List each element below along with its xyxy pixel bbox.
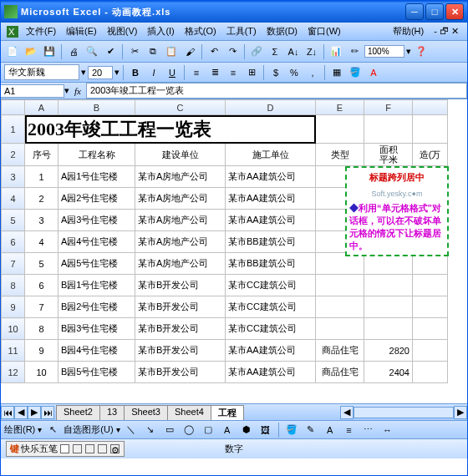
maximize-button[interactable]: □ — [425, 3, 444, 20]
tab-nav-next[interactable]: ▶ — [28, 406, 41, 419]
cell[interactable]: 某市AA建筑公司 — [226, 188, 316, 210]
cell[interactable]: 某市AA建筑公司 — [226, 362, 316, 383]
cell[interactable]: 某市AA建筑公司 — [226, 210, 316, 231]
menu-window[interactable]: 窗口(W) — [303, 23, 346, 39]
new-icon[interactable]: 📄 — [4, 43, 21, 60]
cut-icon[interactable]: ✂ — [126, 43, 143, 60]
cell[interactable] — [364, 275, 413, 296]
cell[interactable]: 10 — [25, 362, 58, 383]
worksheet-area[interactable]: A B C D E F 1 2003年竣工工程一览表 2 序号 工程名称 建设单… — [1, 99, 467, 403]
col-header[interactable]: F — [364, 100, 413, 115]
tab-nav-last[interactable]: ⏭ — [41, 406, 54, 419]
row-header[interactable]: 5 — [2, 210, 25, 231]
dash-style-icon[interactable]: ⋯ — [360, 422, 377, 438]
row-header[interactable]: 12 — [2, 362, 25, 383]
col-header[interactable]: C — [135, 100, 226, 115]
cell[interactable]: A园5号住宅楼 — [58, 253, 135, 275]
cell[interactable]: A园2号住宅楼 — [58, 188, 135, 210]
fx-label[interactable]: fx — [69, 86, 86, 96]
autoshapes-menu[interactable]: 自选图形(U) — [64, 423, 113, 436]
cell[interactable] — [413, 362, 448, 383]
borders-icon[interactable]: ▦ — [328, 64, 345, 81]
fill-icon[interactable]: 🪣 — [283, 422, 300, 438]
fontsize-combo[interactable]: 20 — [88, 66, 113, 79]
col-header[interactable]: A — [25, 100, 58, 115]
cell[interactable]: 某市CC建筑公司 — [226, 275, 316, 296]
cell[interactable]: 某市BB建筑公司 — [226, 231, 316, 253]
format-painter-icon[interactable]: 🖌 — [181, 43, 198, 60]
line-style-icon[interactable]: ≡ — [341, 422, 358, 438]
cell[interactable]: 造(万 — [413, 144, 448, 166]
merge-icon[interactable]: ⊞ — [243, 64, 260, 81]
cell[interactable]: 施工单位 — [226, 144, 316, 166]
name-box[interactable]: A1 — [1, 84, 64, 98]
cell[interactable] — [413, 296, 448, 318]
cell[interactable]: 8 — [25, 318, 58, 340]
row-header[interactable]: 2 — [2, 144, 25, 166]
open-icon[interactable]: 📂 — [23, 43, 39, 60]
cell[interactable]: 某市A房地产公司 — [135, 210, 226, 231]
help-icon[interactable]: ❓ — [413, 43, 430, 60]
menu-insert[interactable]: 插入(I) — [142, 23, 179, 39]
col-header[interactable]: B — [58, 100, 135, 115]
diagram-icon[interactable]: ⬢ — [238, 422, 255, 438]
chart-icon[interactable]: 📊 — [328, 43, 344, 60]
arrow-icon[interactable]: ↘ — [142, 422, 159, 438]
fill-color-icon[interactable]: 🪣 — [347, 64, 364, 81]
cell[interactable]: 某市B开发公司 — [135, 340, 226, 362]
sum-icon[interactable]: Σ — [267, 43, 283, 60]
redo-icon[interactable]: ↷ — [224, 43, 241, 60]
sheet-tab[interactable]: 工程 — [211, 405, 244, 420]
cell[interactable]: 面积 平米 — [364, 144, 413, 166]
cell[interactable]: B园5号住宅楼 — [58, 362, 135, 383]
cell[interactable] — [364, 296, 413, 318]
print-icon[interactable]: 🖨 — [65, 43, 82, 60]
font-color-icon[interactable]: A — [322, 422, 338, 438]
preview-icon[interactable]: 🔍 — [84, 43, 100, 60]
cell[interactable]: 建设单位 — [135, 144, 226, 166]
line-icon[interactable]: ＼ — [123, 422, 140, 438]
currency-icon[interactable]: $ — [267, 64, 284, 81]
wordart-icon[interactable]: A — [219, 422, 236, 438]
cell[interactable]: 9 — [25, 340, 58, 362]
draw-menu[interactable]: 绘图(R) — [4, 423, 35, 436]
hscroll-left[interactable]: ◀ — [340, 406, 354, 419]
sheet-tab[interactable]: 13 — [99, 405, 125, 420]
cell[interactable] — [413, 275, 448, 296]
tab-nav-prev[interactable]: ◀ — [14, 406, 28, 419]
hscroll-track[interactable] — [354, 407, 454, 418]
menu-help[interactable]: 帮助(H) — [388, 23, 429, 39]
menu-view[interactable]: 视图(V) — [102, 23, 143, 39]
row-header[interactable]: 6 — [2, 231, 25, 253]
cell[interactable] — [316, 275, 364, 296]
cell[interactable]: 某市A房地产公司 — [135, 253, 226, 275]
cell[interactable]: 某市A房地产公司 — [135, 231, 226, 253]
cell[interactable]: 2820 — [364, 340, 413, 362]
hscroll-right[interactable]: ▶ — [454, 406, 467, 419]
formula-bar[interactable]: 2003年竣工工程一览表 — [86, 83, 467, 99]
row-header[interactable]: 9 — [2, 296, 25, 318]
cell[interactable]: A园3号住宅楼 — [58, 210, 135, 231]
row-header[interactable]: 10 — [2, 318, 25, 340]
cell[interactable]: B园3号住宅楼 — [58, 318, 135, 340]
copy-icon[interactable]: ⧉ — [145, 43, 161, 60]
cell[interactable]: 工程名称 — [58, 144, 135, 166]
drawing-icon[interactable]: ✏ — [346, 43, 363, 60]
sheet-tab[interactable]: Sheet2 — [56, 405, 100, 420]
cell[interactable]: 某市AA建筑公司 — [226, 166, 316, 188]
cell[interactable]: 商品住宅 — [316, 340, 364, 362]
col-header[interactable]: D — [226, 100, 316, 115]
cell[interactable]: 2404 — [364, 362, 413, 383]
textbox-icon[interactable]: ▢ — [200, 422, 216, 438]
clipart-icon[interactable]: 🖼 — [257, 422, 274, 438]
col-header[interactable]: E — [316, 100, 364, 115]
zoom-combo[interactable]: 100% — [364, 45, 404, 58]
rectangle-icon[interactable]: ▭ — [161, 422, 178, 438]
cell[interactable]: 4 — [25, 231, 58, 253]
percent-icon[interactable]: % — [286, 64, 303, 81]
cell[interactable]: 类型 — [316, 144, 364, 166]
cell[interactable] — [316, 296, 364, 318]
menubar-close-doc[interactable]: - 🗗 ✕ — [429, 26, 464, 37]
sort-asc-icon[interactable]: A↓ — [285, 43, 302, 60]
cell[interactable]: 5 — [25, 253, 58, 275]
